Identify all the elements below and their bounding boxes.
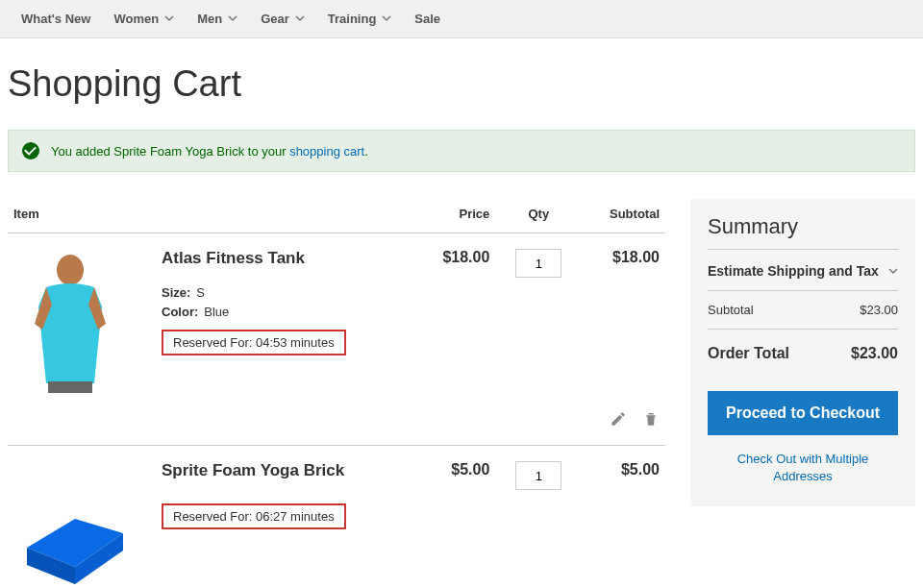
nav-whats-new[interactable]: What's New <box>10 0 102 37</box>
item-qty-cell <box>495 446 582 589</box>
edit-item-button[interactable] <box>610 410 627 428</box>
check-icon <box>22 142 39 159</box>
chevron-down-icon <box>382 12 391 26</box>
product-option-size: Size:S <box>162 285 414 300</box>
nav-label: Training <box>328 12 377 26</box>
nav-label: Women <box>113 12 159 26</box>
summary-sidebar: Summary Estimate Shipping and Tax Subtot… <box>690 199 915 506</box>
product-thumb[interactable] <box>8 446 162 589</box>
nav-label: Sale <box>414 12 440 26</box>
col-qty: Qty <box>495 199 582 233</box>
item-price: $5.00 <box>424 446 495 589</box>
option-value: Blue <box>204 305 229 319</box>
cart-row: Atlas Fitness TankSize:SColor:BlueReserv… <box>8 233 665 394</box>
estimate-shipping-toggle[interactable]: Estimate Shipping and Tax <box>708 250 898 291</box>
col-price: Price <box>424 199 495 233</box>
cart-table: Item Price Qty Subtotal Atlas Fitness Ta… <box>8 199 665 588</box>
chevron-down-icon <box>295 12 305 26</box>
chevron-down-icon <box>228 12 237 26</box>
success-post: . <box>364 144 368 159</box>
chevron-down-icon <box>888 263 898 279</box>
option-key: Size: <box>162 285 190 300</box>
nav-training[interactable]: Training <box>316 0 404 37</box>
nav-gear[interactable]: Gear <box>249 0 316 37</box>
multiple-addresses-link[interactable]: Check Out with Multiple Addresses <box>708 451 898 485</box>
main-nav: What's New Women Men Gear Training Sale <box>0 0 923 38</box>
product-name[interactable]: Atlas Fitness Tank <box>162 249 414 268</box>
page-title: Shopping Cart <box>8 48 915 130</box>
subtotal-value: $23.00 <box>860 303 898 317</box>
success-message: You added Sprite Foam Yoga Brick to your… <box>8 130 915 172</box>
proceed-checkout-button[interactable]: Proceed to Checkout <box>708 391 898 435</box>
item-qty-cell <box>495 233 582 394</box>
product-name[interactable]: Sprite Foam Yoga Brick <box>162 461 414 480</box>
estimate-label: Estimate Shipping and Tax <box>708 263 879 279</box>
product-info: Sprite Foam Yoga BrickReserved For: 06:2… <box>162 446 424 589</box>
nav-sale[interactable]: Sale <box>403 0 452 37</box>
item-subtotal: $18.00 <box>582 233 665 394</box>
success-pre: You added Sprite Foam Yoga Brick to your <box>51 144 289 159</box>
remove-item-button[interactable] <box>642 410 660 428</box>
qty-input[interactable] <box>515 461 561 490</box>
item-price: $18.00 <box>424 233 495 394</box>
nav-label: Gear <box>261 12 289 26</box>
success-link[interactable]: shopping cart <box>289 144 364 159</box>
summary-subtotal-row: Subtotal $23.00 <box>708 291 898 330</box>
chevron-down-icon <box>164 12 174 26</box>
product-info: Atlas Fitness TankSize:SColor:BlueReserv… <box>162 233 424 394</box>
col-item: Item <box>8 199 424 233</box>
option-value: S <box>196 285 205 300</box>
qty-input[interactable] <box>515 249 561 278</box>
col-subtotal: Subtotal <box>582 199 665 233</box>
cart-row: Sprite Foam Yoga BrickReserved For: 06:2… <box>8 446 665 589</box>
nav-men[interactable]: Men <box>186 0 249 37</box>
nav-label: What's New <box>21 12 90 26</box>
reserved-badge: Reserved For: 06:27 minutes <box>162 503 346 529</box>
product-thumb[interactable] <box>8 233 162 394</box>
nav-label: Men <box>197 12 222 26</box>
reserved-badge: Reserved For: 04:53 minutes <box>162 330 346 355</box>
summary-title: Summary <box>708 214 898 250</box>
pencil-icon <box>610 410 627 428</box>
option-key: Color: <box>162 305 198 319</box>
total-value: $23.00 <box>851 345 898 362</box>
cart-row-actions <box>8 393 665 446</box>
cart-main: Item Price Qty Subtotal Atlas Fitness Ta… <box>8 199 690 588</box>
trash-icon <box>642 410 660 428</box>
item-subtotal: $5.00 <box>582 446 665 589</box>
product-option-color: Color:Blue <box>162 305 414 319</box>
nav-women[interactable]: Women <box>102 0 186 37</box>
success-text: You added Sprite Foam Yoga Brick to your… <box>51 144 368 159</box>
total-label: Order Total <box>708 345 789 362</box>
subtotal-label: Subtotal <box>708 303 754 317</box>
summary-total-row: Order Total $23.00 <box>708 330 898 366</box>
